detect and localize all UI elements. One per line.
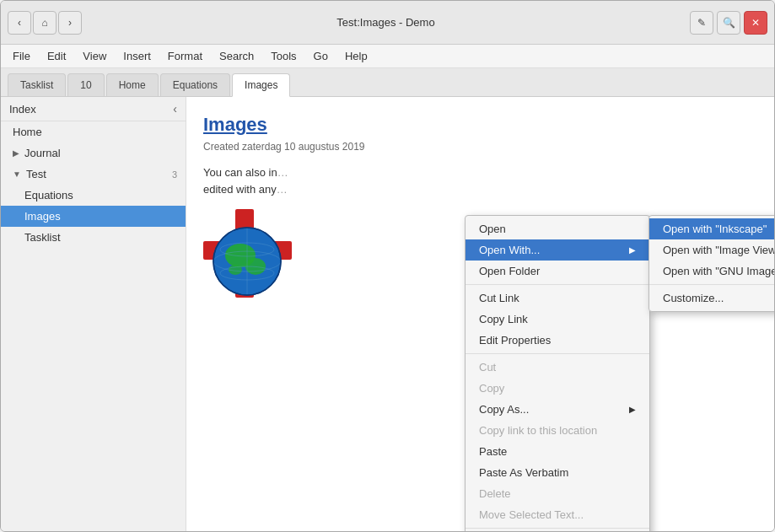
menu-tools[interactable]: Tools xyxy=(264,47,303,65)
context-menu: Open Open With... ▶ Open Folder Cut Link… xyxy=(465,215,650,531)
menu-view[interactable]: View xyxy=(76,47,113,65)
menu-format[interactable]: Format xyxy=(161,47,209,65)
menu-insert[interactable]: Insert xyxy=(116,47,158,65)
sidebar-item-tasklist[interactable]: Tasklist xyxy=(1,227,186,248)
ctx-open[interactable]: Open xyxy=(466,218,649,239)
ctx-open-with[interactable]: Open With... ▶ xyxy=(466,239,649,261)
sidebar-header: Index ‹ xyxy=(1,97,186,121)
tabbar: Tasklist 10 Home Equations Images xyxy=(1,68,774,97)
sub-inkscape-label: Open with "Inkscape" xyxy=(663,223,767,235)
sidebar-title: Index xyxy=(9,103,36,116)
sub-image-viewer-label: Open with "Image Viewer" xyxy=(663,244,774,256)
sidebar-item-home[interactable]: Home xyxy=(1,121,186,142)
ctx-copy-as-arrow: ▶ xyxy=(629,405,636,414)
menubar: File Edit View Insert Format Search Tool… xyxy=(1,45,774,68)
menu-help[interactable]: Help xyxy=(338,47,374,65)
ctx-copy: Copy xyxy=(466,378,649,399)
titlebar-actions: ✎ 🔍 ✕ xyxy=(690,11,767,35)
sidebar-item-equations[interactable]: Equations xyxy=(1,185,186,206)
ctx-open-folder-label: Open Folder xyxy=(479,265,540,277)
ctx-cut-link-label: Cut Link xyxy=(479,292,519,304)
search-button[interactable]: 🔍 xyxy=(717,11,740,35)
sub-gimp-label: Open with "GNU Image Manipulation Progra… xyxy=(663,265,774,277)
sidebar-label-images: Images xyxy=(24,210,61,223)
ctx-paste-verbatim-label: Paste As Verbatim xyxy=(479,466,568,479)
ctx-sep-2 xyxy=(466,353,649,354)
sidebar-label-equations: Equations xyxy=(24,189,73,202)
ctx-cut: Cut xyxy=(466,357,649,378)
window-title: Test:Images - Demo xyxy=(87,16,685,29)
ctx-open-folder[interactable]: Open Folder xyxy=(466,261,649,282)
ctx-copy-link-label: Copy Link xyxy=(479,313,528,325)
sidebar-label-home: Home xyxy=(13,126,42,138)
ctx-edit-properties-label: Edit Properties xyxy=(479,334,551,347)
sidebar-item-journal[interactable]: ▶ Journal xyxy=(1,142,186,164)
page-content: Images Created zaterdag 10 augustus 2019… xyxy=(186,97,774,531)
ctx-move-selected-label: Move Selected Text... xyxy=(479,508,584,521)
ctx-sep-3 xyxy=(466,528,649,529)
sidebar-label-test: Test xyxy=(26,168,46,180)
tab-10[interactable]: 10 xyxy=(67,73,104,96)
sub-customize[interactable]: Customize... xyxy=(649,287,774,309)
page-title: Images xyxy=(203,114,757,136)
sidebar-label-journal: Journal xyxy=(24,147,61,159)
forward-button[interactable]: › xyxy=(58,11,82,35)
ctx-cut-label: Cut xyxy=(479,361,496,373)
tab-images[interactable]: Images xyxy=(232,73,290,97)
sidebar-arrow-journal: ▶ xyxy=(13,148,19,158)
ctx-copy-as-label: Copy As... xyxy=(479,403,529,416)
ctx-copy-as[interactable]: Copy As... ▶ xyxy=(466,399,649,420)
titlebar-nav: ‹ ⌂ › xyxy=(8,11,82,35)
sub-image-viewer[interactable]: Open with "Image Viewer" xyxy=(649,239,774,261)
ctx-delete: Delete xyxy=(466,483,649,504)
tab-equations[interactable]: Equations xyxy=(160,73,230,96)
page-text: You can also in… edited with any… xyxy=(203,164,757,197)
titlebar: ‹ ⌂ › Test:Images - Demo ✎ 🔍 ✕ xyxy=(1,1,774,45)
sidebar: Index ‹ Home ▶ Journal ▼ Test 3 Equation… xyxy=(1,97,186,531)
menu-go[interactable]: Go xyxy=(307,47,335,65)
edit-button[interactable]: ✎ xyxy=(690,11,713,35)
home-button[interactable]: ⌂ xyxy=(33,11,57,35)
main-area: Index ‹ Home ▶ Journal ▼ Test 3 Equation… xyxy=(1,97,774,531)
page-meta: Created zaterdag 10 augustus 2019 xyxy=(203,141,757,153)
sub-customize-label: Customize... xyxy=(663,292,724,304)
ctx-sep-1 xyxy=(466,284,649,285)
ctx-move-selected: Move Selected Text... xyxy=(466,504,649,525)
back-button[interactable]: ‹ xyxy=(8,11,31,35)
tab-home[interactable]: Home xyxy=(106,73,159,96)
ctx-copy-link-location-label: Copy link to this location xyxy=(479,424,597,437)
ctx-copy-link-location: Copy link to this location xyxy=(466,420,649,441)
menu-file[interactable]: File xyxy=(6,47,37,65)
sub-gimp[interactable]: Open with "GNU Image Manipulation Progra… xyxy=(649,261,774,282)
svg-point-5 xyxy=(229,265,242,275)
sub-inkscape[interactable]: Open with "Inkscape" xyxy=(649,218,774,239)
sub-sep-1 xyxy=(649,284,774,285)
ctx-copy-link[interactable]: Copy Link xyxy=(466,309,649,330)
submenu-open-with: Open with "Inkscape" Open with "Image Vi… xyxy=(649,215,774,312)
menu-edit[interactable]: Edit xyxy=(40,47,73,65)
ctx-cut-link[interactable]: Cut Link xyxy=(466,287,649,309)
ctx-edit-properties[interactable]: Edit Properties xyxy=(466,330,649,351)
sidebar-toggle[interactable]: ‹ xyxy=(173,102,177,116)
tab-tasklist[interactable]: Tasklist xyxy=(8,73,66,96)
ctx-paste[interactable]: Paste xyxy=(466,441,649,462)
ctx-delete-label: Delete xyxy=(479,487,511,500)
sidebar-label-tasklist: Tasklist xyxy=(24,231,61,244)
menu-search[interactable]: Search xyxy=(213,47,261,65)
sidebar-count-test: 3 xyxy=(172,169,177,180)
sidebar-arrow-test: ▼ xyxy=(13,169,21,179)
sidebar-item-test[interactable]: ▼ Test 3 xyxy=(1,164,186,185)
close-button[interactable]: ✕ xyxy=(744,11,767,35)
ctx-open-label: Open xyxy=(479,223,506,235)
ctx-copy-label: Copy xyxy=(479,382,504,395)
ctx-paste-verbatim[interactable]: Paste As Verbatim xyxy=(466,462,649,483)
sidebar-item-images[interactable]: Images xyxy=(1,206,186,227)
ctx-open-with-arrow: ▶ xyxy=(629,245,636,255)
app-window: ‹ ⌂ › Test:Images - Demo ✎ 🔍 ✕ File Edit… xyxy=(0,0,775,532)
ctx-open-with-label: Open With... xyxy=(479,244,540,256)
ctx-paste-label: Paste xyxy=(479,445,507,458)
